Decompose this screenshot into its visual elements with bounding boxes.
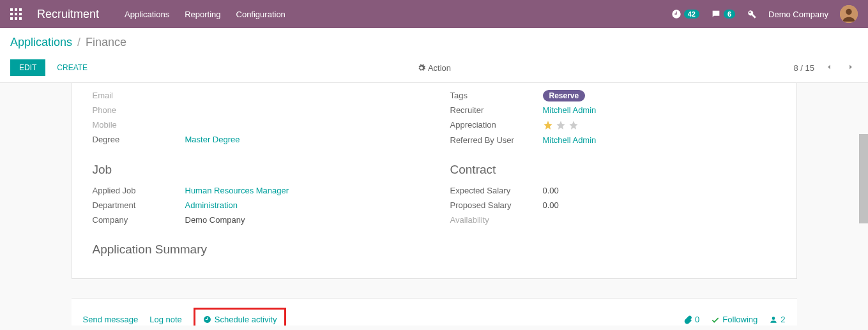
action-label: Action xyxy=(428,63,451,73)
right-column: TagsReserve RecruiterMitchell Admin Appr… xyxy=(450,88,776,147)
star-3-icon[interactable] xyxy=(568,120,579,130)
messages-count: 6 xyxy=(724,10,735,19)
schedule-activity-highlight: Schedule activity xyxy=(194,308,287,326)
nav-reporting[interactable]: Reporting xyxy=(185,10,220,19)
following-button[interactable]: Following xyxy=(711,315,758,324)
contract-section-heading: Contract xyxy=(450,163,776,177)
expected-salary-value: 0.00 xyxy=(543,186,559,195)
pager-prev-button[interactable] xyxy=(822,60,836,76)
scrollbar-thumb[interactable] xyxy=(859,134,868,223)
referred-value[interactable]: Mitchell Admin xyxy=(543,135,597,145)
job-section-heading: Job xyxy=(93,163,418,177)
send-message-button[interactable]: Send message xyxy=(83,315,139,324)
breadcrumb-separator: / xyxy=(77,36,80,49)
phone-label: Phone xyxy=(93,105,185,115)
nav-configuration[interactable]: Configuration xyxy=(236,10,286,19)
topbar: Recruitment Applications Reporting Confi… xyxy=(0,0,868,28)
degree-label: Degree xyxy=(93,135,185,144)
attachments-indicator[interactable]: 0 xyxy=(683,315,699,324)
messages-indicator[interactable]: 6 xyxy=(711,9,735,19)
proposed-salary-label: Proposed Salary xyxy=(450,200,543,210)
nav-applications[interactable]: Applications xyxy=(125,10,169,19)
svg-point-1 xyxy=(846,9,851,15)
breadcrumb-parent[interactable]: Applications xyxy=(10,36,72,49)
apps-menu-icon[interactable] xyxy=(10,8,22,20)
chevron-left-icon xyxy=(825,63,834,71)
tags-label: Tags xyxy=(450,91,543,100)
pager: 8 / 15 xyxy=(793,60,858,76)
appreciation-label: Appreciation xyxy=(450,120,543,130)
check-icon xyxy=(711,315,720,324)
company-name[interactable]: Demo Company xyxy=(768,10,828,19)
user-icon xyxy=(769,315,778,324)
left-column: Email Phone Mobile DegreeMaster Degree xyxy=(93,88,418,147)
wrench-icon[interactable] xyxy=(747,9,757,19)
attachments-count: 0 xyxy=(695,315,699,324)
control-bar: EDIT CREATE Action 8 / 15 xyxy=(10,59,858,76)
company-value: Demo Company xyxy=(185,215,245,225)
appreciation-stars[interactable] xyxy=(543,120,579,130)
following-label: Following xyxy=(722,315,758,324)
app-brand: Recruitment xyxy=(37,8,99,21)
form-sheet: Email Phone Mobile DegreeMaster Degree T… xyxy=(72,83,797,279)
followers-button[interactable]: 2 xyxy=(769,315,785,324)
breadcrumb-bar: Applications / Finance EDIT CREATE Actio… xyxy=(0,28,868,83)
recruiter-value[interactable]: Mitchell Admin xyxy=(543,105,597,115)
referred-label: Referred By User xyxy=(450,135,543,145)
star-1-icon[interactable] xyxy=(543,120,553,130)
paperclip-icon xyxy=(683,315,692,324)
star-2-icon[interactable] xyxy=(556,120,566,130)
activities-indicator[interactable]: 42 xyxy=(671,9,699,19)
top-nav: Applications Reporting Configuration xyxy=(125,10,286,19)
topbar-right: 42 6 Demo Company xyxy=(671,5,858,23)
clock-icon xyxy=(203,315,211,324)
department-value[interactable]: Administration xyxy=(185,200,238,210)
department-label: Department xyxy=(93,200,185,210)
pager-next-button[interactable] xyxy=(844,60,858,76)
mobile-label: Mobile xyxy=(93,120,185,130)
content-scroll: Email Phone Mobile DegreeMaster Degree T… xyxy=(0,83,868,326)
pager-text: 8 / 15 xyxy=(793,63,814,73)
summary-heading: Application Summary xyxy=(93,243,776,257)
chevron-right-icon xyxy=(846,63,855,71)
email-label: Email xyxy=(93,91,185,100)
edit-button[interactable]: EDIT xyxy=(10,59,45,76)
applied-job-label: Applied Job xyxy=(93,186,185,195)
tag-reserve[interactable]: Reserve xyxy=(543,90,586,101)
availability-label: Availability xyxy=(450,215,543,225)
create-button[interactable]: CREATE xyxy=(57,63,88,72)
gear-icon xyxy=(417,64,425,72)
applied-job-value[interactable]: Human Resources Manager xyxy=(185,186,289,195)
proposed-salary-value: 0.00 xyxy=(543,200,559,210)
company-label: Company xyxy=(93,215,185,225)
chatter-bar: Send message Log note Schedule activity … xyxy=(72,298,797,326)
log-note-button[interactable]: Log note xyxy=(149,315,182,324)
action-dropdown[interactable]: Action xyxy=(417,63,451,73)
user-avatar[interactable] xyxy=(840,5,858,23)
clock-icon xyxy=(671,9,681,19)
recruiter-label: Recruiter xyxy=(450,105,543,115)
activities-count: 42 xyxy=(684,10,699,19)
breadcrumb-current: Finance xyxy=(86,36,126,49)
expected-salary-label: Expected Salary xyxy=(450,186,543,195)
schedule-activity-button[interactable]: Schedule activity xyxy=(215,315,277,324)
followers-count: 2 xyxy=(780,315,785,324)
chat-icon xyxy=(711,9,721,19)
degree-value[interactable]: Master Degree xyxy=(185,135,240,144)
breadcrumb: Applications / Finance xyxy=(10,36,858,49)
